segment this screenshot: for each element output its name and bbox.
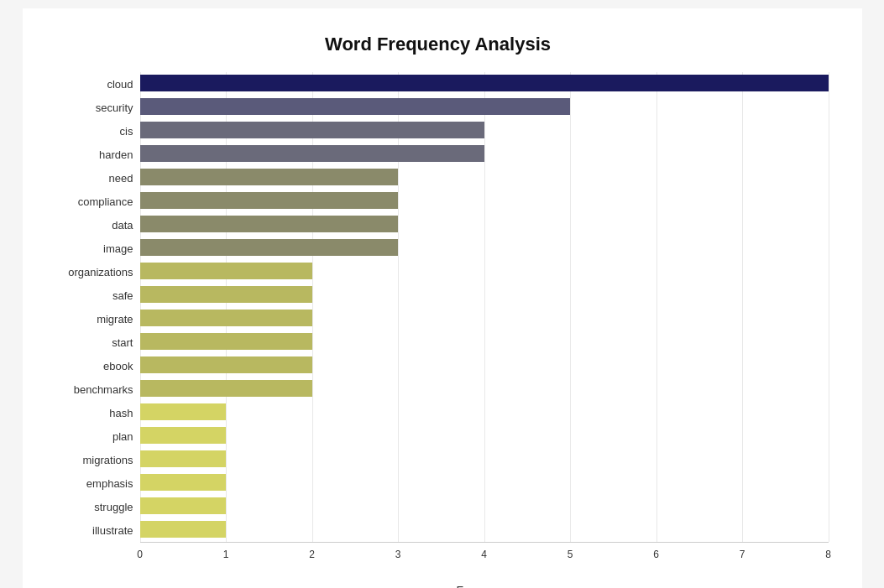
bar-row <box>140 213 829 235</box>
bar <box>140 427 227 444</box>
bar <box>140 169 399 185</box>
bars-area <box>140 72 829 542</box>
bar <box>140 403 227 420</box>
x-axis-label: Frequency <box>140 584 829 588</box>
bar-row <box>140 260 829 282</box>
bar-row <box>140 330 829 352</box>
y-label: benchmarks <box>48 378 140 400</box>
y-label: plan <box>48 425 140 447</box>
y-labels: cloudsecuritycishardenneedcompliancedata… <box>48 72 140 542</box>
chart-area: cloudsecuritycishardenneedcompliancedata… <box>48 72 829 588</box>
bar <box>140 450 227 467</box>
bar <box>140 310 312 326</box>
bar-row <box>140 471 829 493</box>
bar <box>140 263 312 279</box>
bar <box>140 474 227 491</box>
bar-row <box>140 72 829 94</box>
bar <box>140 122 484 138</box>
x-tick: 1 <box>223 549 229 560</box>
x-tick: 6 <box>653 549 659 560</box>
bar <box>140 333 312 350</box>
bar <box>140 145 484 162</box>
bar-row <box>140 190 829 211</box>
y-label: cloud <box>48 73 140 95</box>
y-label: illustrate <box>48 519 140 541</box>
bar-row <box>140 307 829 329</box>
bar <box>140 356 312 373</box>
bar <box>140 192 399 209</box>
bar-row <box>140 448 829 470</box>
bar-row <box>140 354 829 376</box>
y-label: security <box>48 96 140 118</box>
bar <box>140 75 829 91</box>
bar-row <box>140 96 829 117</box>
bar-row <box>140 166 829 188</box>
bar-row <box>140 237 829 258</box>
bar <box>140 239 399 256</box>
y-label: data <box>48 214 140 236</box>
chart-title: Word Frequency Analysis <box>48 34 829 55</box>
y-label: need <box>48 167 140 189</box>
x-tick: 4 <box>481 549 487 560</box>
y-label: migrate <box>48 308 140 330</box>
x-tick: 8 <box>825 549 831 560</box>
y-label: cis <box>48 120 140 142</box>
bar-row <box>140 518 829 540</box>
bar-row <box>140 424 829 446</box>
y-label: migrations <box>48 449 140 471</box>
y-label: safe <box>48 284 140 306</box>
y-label: emphasis <box>48 472 140 494</box>
bar-row <box>140 119 829 141</box>
x-axis: 012345678 <box>140 549 829 565</box>
bar-row <box>140 377 829 399</box>
x-tick: 2 <box>309 549 315 560</box>
bar-row <box>140 401 829 423</box>
x-tick: 0 <box>137 549 143 560</box>
x-tick: 3 <box>395 549 401 560</box>
grid-line <box>829 72 829 542</box>
y-label: start <box>48 331 140 353</box>
bar-row <box>140 284 829 305</box>
bar <box>140 497 227 514</box>
bar <box>140 521 227 538</box>
bar <box>140 216 399 232</box>
bar <box>140 380 312 397</box>
bar <box>140 286 312 303</box>
y-label: compliance <box>48 190 140 212</box>
y-label: struggle <box>48 496 140 518</box>
bar-row <box>140 495 829 517</box>
x-tick: 7 <box>740 549 745 560</box>
y-label: ebook <box>48 355 140 377</box>
grid-and-bars: cloudsecuritycishardenneedcompliancedata… <box>48 72 829 542</box>
y-label: organizations <box>48 261 140 283</box>
x-axis-line <box>140 542 829 543</box>
x-tick: 5 <box>568 549 573 560</box>
chart-container: Word Frequency Analysis cloudsecuritycis… <box>23 8 862 588</box>
y-label: image <box>48 237 140 259</box>
bars-rows <box>140 72 829 540</box>
y-label: hash <box>48 402 140 424</box>
bar-row <box>140 143 829 164</box>
y-label: harden <box>48 143 140 165</box>
bar <box>140 98 571 115</box>
